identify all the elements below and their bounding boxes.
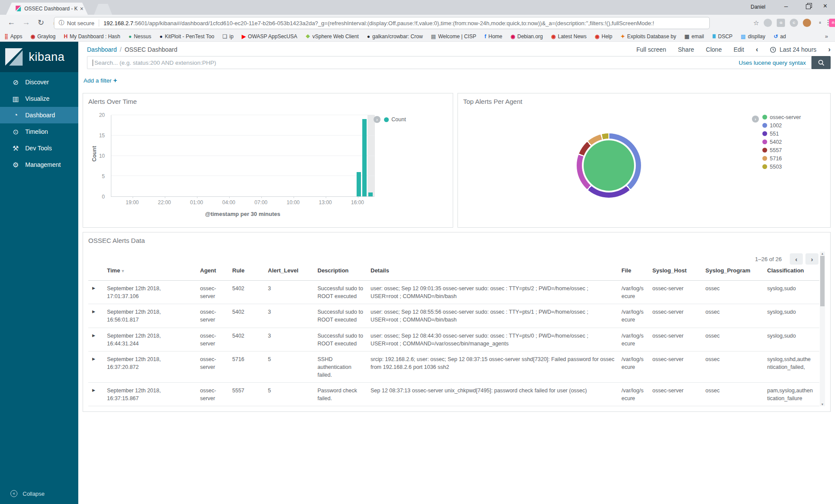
row-expand-icon[interactable]: ▶	[88, 308, 107, 327]
table-row: ▶ September 12th 2018, 16:37:15.867 osse…	[88, 383, 819, 406]
donut-center[interactable]	[584, 140, 634, 191]
back-icon[interactable]: ←	[6, 18, 17, 27]
time-prev-icon[interactable]: ‹	[756, 45, 758, 54]
legend-toggle-icon[interactable]: ›	[374, 116, 381, 123]
bookmark-item[interactable]: ◉ Help	[595, 33, 612, 40]
extension-icon[interactable]	[803, 19, 811, 27]
row-expand-icon[interactable]: ▶	[88, 285, 107, 304]
sidebar-item-label: Dashboard	[25, 112, 55, 119]
bookmarks-overflow-icon[interactable]: »	[825, 33, 831, 40]
legend-item[interactable]: ossec-server	[762, 113, 801, 121]
reload-icon[interactable]: ↻	[36, 18, 46, 27]
legend-dot	[762, 115, 767, 119]
bookmark-item[interactable]: ▦ email	[685, 33, 704, 40]
bookmark-star-icon[interactable]: ☆	[753, 19, 759, 27]
bookmark-item[interactable]: ● Nessus	[128, 33, 151, 40]
table-scrollbar[interactable]: ▲ ▼	[820, 252, 825, 406]
bookmark-item[interactable]: ⣿ Apps	[4, 33, 22, 40]
row-expand-icon[interactable]: ▶	[88, 387, 107, 406]
sidebar-item[interactable]: ⚒ Dev Tools	[0, 140, 78, 156]
sidebar-item[interactable]: ▥ Visualize	[0, 90, 78, 107]
pagination-next-button[interactable]: ›	[805, 253, 818, 265]
bookmark-item[interactable]: ❖ vSphere Web Client	[306, 33, 359, 40]
pagination-prev-button[interactable]: ‹	[790, 253, 803, 265]
sidebar-collapse[interactable]: « Collapse	[10, 490, 45, 497]
sidebar-item[interactable]: ⊘ Discover	[0, 74, 78, 90]
column-header-syslog-program[interactable]: Syslog_Program	[705, 267, 767, 280]
bookmark-item[interactable]: ↺ ad	[774, 33, 786, 40]
row-expand-icon[interactable]: ▶	[88, 355, 107, 382]
column-header-classification[interactable]: Classification	[767, 267, 819, 280]
extension-icon[interactable]: G	[777, 19, 785, 27]
sidebar-item-icon: ◔	[10, 111, 21, 119]
legend-label: ossec-server	[770, 114, 801, 120]
bookmark-item[interactable]: ◉ Latest News	[551, 33, 587, 40]
column-header-file[interactable]: File	[621, 267, 652, 280]
legend-item[interactable]: 1002	[762, 121, 801, 129]
extension-icon[interactable]: C	[790, 19, 798, 27]
extension-icon[interactable]: ≡	[816, 19, 824, 27]
add-filter[interactable]: Add a filter+	[84, 76, 117, 84]
legend-item[interactable]: 5402	[762, 138, 801, 146]
tab-close-icon[interactable]: ×	[80, 5, 84, 12]
bookmark-item[interactable]: ❑ ip	[223, 33, 234, 40]
cell-file: /var/log/secure	[621, 308, 652, 327]
action-link[interactable]: Share	[678, 46, 694, 53]
search-input[interactable]: Search... (e.g. status:200 AND extension…	[87, 56, 812, 69]
bookmark-item[interactable]: f Home	[484, 33, 502, 40]
action-link[interactable]: Edit	[734, 46, 744, 53]
column-header-rule[interactable]: Rule	[232, 267, 268, 280]
legend-item[interactable]: 5503	[762, 162, 801, 171]
sidebar-item[interactable]: ⚙ Management	[0, 156, 78, 173]
bookmark-item[interactable]: ● galkan/crowbar: Crow	[367, 33, 423, 40]
legend-item-count[interactable]: Count	[384, 116, 406, 123]
bookmark-item[interactable]: Ⅲ DSCP	[712, 33, 733, 40]
bookmark-item[interactable]: ◉ Graylog	[30, 33, 56, 40]
bar-17:00[interactable]	[368, 192, 373, 196]
column-header-alert-level[interactable]: Alert_Level	[268, 267, 317, 280]
legend-item[interactable]: 5716	[762, 154, 801, 162]
url-bar[interactable]: ⓘ Not secure 192.168.2.7:5601/app/kibana…	[54, 17, 710, 29]
row-expand-icon[interactable]: ▶	[88, 332, 107, 351]
sidebar-item[interactable]: ◔ Dashboard	[0, 107, 78, 123]
search-button[interactable]	[812, 56, 831, 69]
breadcrumb-dashboard-link[interactable]: Dashboard	[87, 46, 117, 53]
bar-16:30[interactable]	[362, 119, 367, 196]
extension-icon[interactable]	[764, 19, 772, 27]
cell-classification: syslog,sudo	[767, 285, 819, 304]
browser-menu-icon[interactable]: ⋮	[825, 18, 832, 27]
bookmark-item[interactable]: ◉ Debian.org	[511, 33, 543, 40]
forward-icon[interactable]: →	[21, 18, 31, 27]
close-button[interactable]: ×	[815, 0, 835, 13]
scrollbar-thumb[interactable]	[820, 256, 825, 306]
column-header-details[interactable]: Details	[371, 267, 621, 280]
lucene-syntax-link[interactable]: Uses lucene query syntax	[738, 60, 806, 66]
info-icon[interactable]: ⓘ	[59, 19, 64, 27]
kibana-logo[interactable]: kibana	[0, 42, 78, 72]
scrollbar-down-icon[interactable]: ▼	[820, 403, 825, 406]
new-tab-button[interactable]	[94, 4, 112, 15]
bookmark-item[interactable]: ● KitPloit - PenTest Too	[160, 33, 214, 40]
column-header-agent[interactable]: Agent	[200, 267, 232, 280]
bar-16:00[interactable]	[357, 172, 361, 196]
column-header-time[interactable]: Time▾	[107, 267, 200, 280]
bookmark-item[interactable]: ✦ Exploits Database by	[621, 33, 676, 40]
column-header-syslog-host[interactable]: Syslog_Host	[652, 267, 705, 280]
scrollbar-up-icon[interactable]: ▲	[820, 252, 825, 255]
sidebar-item[interactable]: ⊙ Timelion	[0, 123, 78, 140]
time-next-icon[interactable]: ›	[828, 45, 831, 54]
bookmark-item[interactable]: ▤ Welcome | CISP	[431, 33, 476, 40]
legend-item[interactable]: 5557	[762, 146, 801, 154]
time-range-picker[interactable]: Last 24 hours	[770, 46, 816, 53]
bookmark-item[interactable]: H My Dashboard : Hash	[64, 33, 120, 40]
legend-item[interactable]: 551	[762, 129, 801, 138]
column-header-description[interactable]: Description	[317, 267, 371, 280]
browser-tab[interactable]: OSSEC Dashboard - Kiba ×	[6, 3, 88, 15]
legend-toggle-icon[interactable]: ›	[752, 116, 759, 123]
minimize-button[interactable]: –	[776, 0, 796, 13]
action-link[interactable]: Full screen	[636, 46, 666, 53]
bookmark-item[interactable]: ▶ OWASP AppSecUSA	[242, 33, 297, 40]
restore-button[interactable]	[806, 4, 810, 8]
action-link[interactable]: Clone	[706, 46, 722, 53]
bookmark-item[interactable]: ▧ displlay	[741, 33, 765, 40]
